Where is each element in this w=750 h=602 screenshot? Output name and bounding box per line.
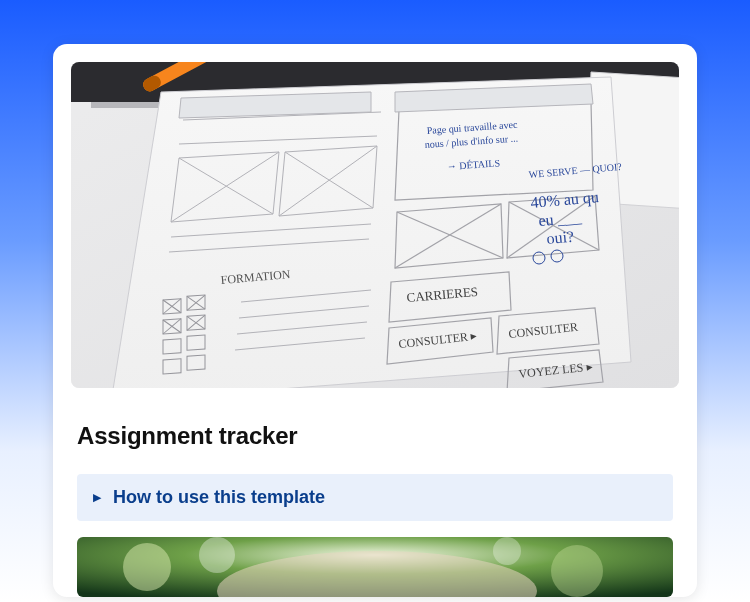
callout-label: How to use this template [113,487,325,508]
expand-triangle-icon: ▶ [93,492,101,503]
secondary-image [77,537,673,597]
nature-bokeh-illustration [77,537,673,597]
svg-rect-57 [71,62,679,388]
svg-point-61 [551,545,603,597]
svg-point-62 [493,537,521,565]
wireframe-sketch-illustration: FORMATION [71,62,679,388]
hero-image: FORMATION [71,62,679,388]
svg-point-59 [123,543,171,591]
page-title: Assignment tracker [77,422,673,450]
template-card: FORMATION [53,44,697,597]
title-block: Assignment tracker [71,388,679,474]
how-to-use-callout[interactable]: ▶ How to use this template [77,474,673,521]
svg-point-60 [199,537,235,573]
